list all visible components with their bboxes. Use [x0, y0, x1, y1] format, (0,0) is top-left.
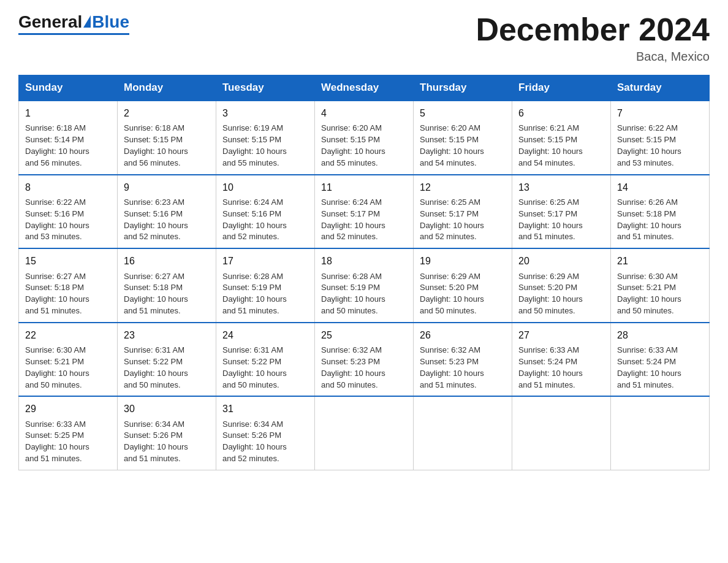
calendar-week-row: 29Sunrise: 6:33 AMSunset: 5:25 PMDayligh… [19, 396, 710, 470]
table-row: 13Sunrise: 6:25 AMSunset: 5:17 PMDayligh… [512, 175, 611, 249]
table-row: 27Sunrise: 6:33 AMSunset: 5:24 PMDayligh… [512, 323, 611, 397]
day-info: Sunrise: 6:26 AMSunset: 5:18 PMDaylight:… [617, 197, 703, 243]
col-sunday: Sunday [19, 75, 118, 101]
table-row: 2Sunrise: 6:18 AMSunset: 5:15 PMDaylight… [118, 101, 216, 175]
day-number: 12 [420, 180, 506, 194]
table-row: 14Sunrise: 6:26 AMSunset: 5:18 PMDayligh… [611, 175, 710, 249]
logo-blue-text: Blue [92, 12, 129, 32]
day-number: 19 [420, 254, 506, 268]
table-row: 17Sunrise: 6:28 AMSunset: 5:19 PMDayligh… [216, 248, 315, 323]
table-row: 5Sunrise: 6:20 AMSunset: 5:15 PMDaylight… [414, 101, 512, 175]
table-row: 9Sunrise: 6:23 AMSunset: 5:16 PMDaylight… [118, 175, 216, 249]
day-info: Sunrise: 6:28 AMSunset: 5:19 PMDaylight:… [321, 271, 407, 317]
day-info: Sunrise: 6:27 AMSunset: 5:18 PMDaylight:… [124, 271, 210, 317]
day-info: Sunrise: 6:20 AMSunset: 5:15 PMDaylight:… [420, 123, 506, 169]
day-number: 30 [124, 402, 210, 416]
calendar-header-row: Sunday Monday Tuesday Wednesday Thursday… [19, 75, 710, 101]
page-header: General Blue December 2024 Baca, Mexico [18, 12, 710, 64]
day-number: 25 [321, 328, 407, 342]
day-info: Sunrise: 6:30 AMSunset: 5:21 PMDaylight:… [25, 345, 111, 391]
table-row: 23Sunrise: 6:31 AMSunset: 5:22 PMDayligh… [118, 323, 216, 397]
day-info: Sunrise: 6:32 AMSunset: 5:23 PMDaylight:… [420, 345, 506, 391]
table-row: 19Sunrise: 6:29 AMSunset: 5:20 PMDayligh… [414, 248, 512, 323]
calendar-table: Sunday Monday Tuesday Wednesday Thursday… [18, 75, 710, 470]
table-row: 28Sunrise: 6:33 AMSunset: 5:24 PMDayligh… [611, 323, 710, 397]
table-row: 6Sunrise: 6:21 AMSunset: 5:15 PMDaylight… [512, 101, 611, 175]
day-info: Sunrise: 6:33 AMSunset: 5:24 PMDaylight:… [617, 345, 703, 391]
day-info: Sunrise: 6:33 AMSunset: 5:25 PMDaylight:… [25, 419, 111, 465]
calendar-week-row: 22Sunrise: 6:30 AMSunset: 5:21 PMDayligh… [19, 323, 710, 397]
day-info: Sunrise: 6:19 AMSunset: 5:15 PMDaylight:… [222, 123, 308, 169]
day-number: 8 [25, 180, 111, 194]
day-info: Sunrise: 6:29 AMSunset: 5:20 PMDaylight:… [420, 271, 506, 317]
day-info: Sunrise: 6:22 AMSunset: 5:15 PMDaylight:… [617, 123, 703, 169]
table-row: 26Sunrise: 6:32 AMSunset: 5:23 PMDayligh… [414, 323, 512, 397]
table-row [414, 396, 512, 470]
col-saturday: Saturday [611, 75, 710, 101]
day-info: Sunrise: 6:25 AMSunset: 5:17 PMDaylight:… [518, 197, 604, 243]
day-info: Sunrise: 6:20 AMSunset: 5:15 PMDaylight:… [321, 123, 407, 169]
table-row: 8Sunrise: 6:22 AMSunset: 5:16 PMDaylight… [19, 175, 118, 249]
day-info: Sunrise: 6:28 AMSunset: 5:19 PMDaylight:… [222, 271, 308, 317]
calendar-week-row: 8Sunrise: 6:22 AMSunset: 5:16 PMDaylight… [19, 175, 710, 249]
day-number: 22 [25, 328, 111, 342]
day-info: Sunrise: 6:23 AMSunset: 5:16 PMDaylight:… [124, 197, 210, 243]
day-number: 29 [25, 402, 111, 416]
table-row: 15Sunrise: 6:27 AMSunset: 5:18 PMDayligh… [19, 248, 118, 323]
logo-underline [18, 33, 129, 35]
logo-text: General Blue [18, 12, 129, 32]
table-row: 31Sunrise: 6:34 AMSunset: 5:26 PMDayligh… [216, 396, 315, 470]
day-number: 7 [617, 106, 703, 120]
day-info: Sunrise: 6:24 AMSunset: 5:16 PMDaylight:… [222, 197, 308, 243]
day-number: 27 [518, 328, 604, 342]
table-row: 3Sunrise: 6:19 AMSunset: 5:15 PMDaylight… [216, 101, 315, 175]
day-info: Sunrise: 6:18 AMSunset: 5:14 PMDaylight:… [25, 123, 111, 169]
month-title: December 2024 [476, 12, 710, 47]
day-number: 3 [222, 106, 308, 120]
table-row: 11Sunrise: 6:24 AMSunset: 5:17 PMDayligh… [315, 175, 414, 249]
day-info: Sunrise: 6:24 AMSunset: 5:17 PMDaylight:… [321, 197, 407, 243]
day-info: Sunrise: 6:31 AMSunset: 5:22 PMDaylight:… [124, 345, 210, 391]
col-friday: Friday [512, 75, 611, 101]
table-row: 21Sunrise: 6:30 AMSunset: 5:21 PMDayligh… [611, 248, 710, 323]
day-number: 4 [321, 106, 407, 120]
day-number: 11 [321, 180, 407, 194]
day-number: 10 [222, 180, 308, 194]
day-number: 16 [124, 254, 210, 268]
col-thursday: Thursday [414, 75, 512, 101]
col-tuesday: Tuesday [216, 75, 315, 101]
day-number: 1 [25, 106, 111, 120]
logo-blue-part: Blue [82, 12, 129, 32]
table-row: 30Sunrise: 6:34 AMSunset: 5:26 PMDayligh… [118, 396, 216, 470]
location-label: Baca, Mexico [476, 50, 710, 64]
logo-triangle-icon [83, 15, 91, 28]
table-row: 7Sunrise: 6:22 AMSunset: 5:15 PMDaylight… [611, 101, 710, 175]
day-number: 24 [222, 328, 308, 342]
day-info: Sunrise: 6:22 AMSunset: 5:16 PMDaylight:… [25, 197, 111, 243]
calendar-week-row: 1Sunrise: 6:18 AMSunset: 5:14 PMDaylight… [19, 101, 710, 175]
day-info: Sunrise: 6:29 AMSunset: 5:20 PMDaylight:… [518, 271, 604, 317]
table-row [512, 396, 611, 470]
day-info: Sunrise: 6:30 AMSunset: 5:21 PMDaylight:… [617, 271, 703, 317]
title-area: December 2024 Baca, Mexico [476, 12, 710, 64]
table-row: 20Sunrise: 6:29 AMSunset: 5:20 PMDayligh… [512, 248, 611, 323]
day-info: Sunrise: 6:32 AMSunset: 5:23 PMDaylight:… [321, 345, 407, 391]
table-row: 24Sunrise: 6:31 AMSunset: 5:22 PMDayligh… [216, 323, 315, 397]
day-number: 18 [321, 254, 407, 268]
calendar-week-row: 15Sunrise: 6:27 AMSunset: 5:18 PMDayligh… [19, 248, 710, 323]
day-number: 31 [222, 402, 308, 416]
table-row: 1Sunrise: 6:18 AMSunset: 5:14 PMDaylight… [19, 101, 118, 175]
day-info: Sunrise: 6:21 AMSunset: 5:15 PMDaylight:… [518, 123, 604, 169]
table-row [611, 396, 710, 470]
day-number: 28 [617, 328, 703, 342]
table-row: 16Sunrise: 6:27 AMSunset: 5:18 PMDayligh… [118, 248, 216, 323]
day-number: 20 [518, 254, 604, 268]
day-info: Sunrise: 6:33 AMSunset: 5:24 PMDaylight:… [518, 345, 604, 391]
logo: General Blue [18, 12, 129, 35]
col-monday: Monday [118, 75, 216, 101]
table-row: 10Sunrise: 6:24 AMSunset: 5:16 PMDayligh… [216, 175, 315, 249]
table-row: 29Sunrise: 6:33 AMSunset: 5:25 PMDayligh… [19, 396, 118, 470]
day-number: 9 [124, 180, 210, 194]
day-number: 21 [617, 254, 703, 268]
table-row: 4Sunrise: 6:20 AMSunset: 5:15 PMDaylight… [315, 101, 414, 175]
